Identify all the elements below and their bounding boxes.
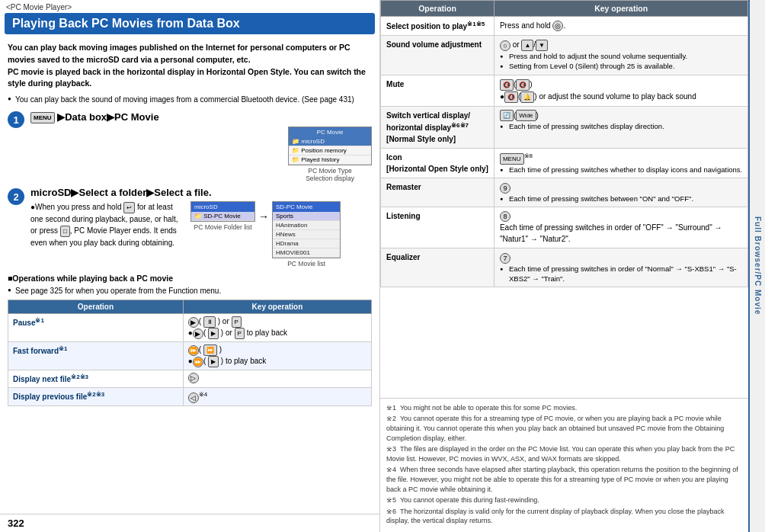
pos-icon: ◎ bbox=[552, 21, 563, 31]
file-item-sports: Sports bbox=[273, 212, 340, 221]
icon-sub: Each time of pressing switches whether t… bbox=[500, 165, 742, 175]
eq-sub: Each time of pressing switches in order … bbox=[500, 264, 742, 284]
file-item-movie: HMOVIE001 bbox=[273, 248, 340, 258]
p2-icon: P bbox=[235, 328, 245, 339]
menu-btn: MENU bbox=[500, 153, 524, 165]
remaster-icon: 9 bbox=[500, 183, 511, 194]
circle2-icon: ▶ bbox=[193, 328, 203, 339]
ops-section-title: ■Operations while playing back a PC movi… bbox=[8, 274, 372, 283]
footnote-3: ※3 The files are displayed in the order … bbox=[386, 444, 742, 463]
op-forward: Fast forward※1 bbox=[8, 342, 184, 370]
op-switch-disp: Switch vertical display/horizontal displ… bbox=[381, 106, 495, 148]
op-equalizer: Equalizer bbox=[381, 248, 495, 287]
table-row: Fast forward※1 ⏩( ⏩ ) ●⏩( ▶ ) to play ba… bbox=[8, 342, 372, 370]
ops-header-operation: Operation bbox=[8, 300, 184, 314]
table-row: Icon[Horizontal Open Style only] MENU※8 … bbox=[381, 148, 748, 178]
step2-text: ●When you press and hold ↩ for at least … bbox=[30, 201, 183, 248]
menu-icon: MENU bbox=[30, 112, 55, 123]
step1-screen-title: PC Movie bbox=[289, 127, 371, 137]
vol-icon: ○ bbox=[500, 40, 511, 51]
key-select-pos: Press and hold ◎. bbox=[494, 17, 747, 36]
op-next: Display next file※2※3 bbox=[8, 370, 184, 388]
op-mute: Mute bbox=[381, 75, 495, 106]
main-header-key: Key operation bbox=[494, 1, 747, 17]
folder-screen-title: microSD bbox=[191, 202, 254, 212]
op-prev: Display previous file※2※3 bbox=[8, 388, 184, 406]
ops-note: See page 325 for when you operate from t… bbox=[8, 286, 372, 296]
file-screen: SD-PC Movie Sports HAnimation HNews HDra… bbox=[272, 201, 341, 258]
screen-item-history: 📁 Played history bbox=[289, 155, 371, 165]
vol-down-icon: ▼ bbox=[536, 40, 548, 51]
key-pause: ▶( ⏸ ) or P ●▶( ▶ ) or P to play back bbox=[183, 314, 371, 342]
screen-item-microsd: 📁 microSD bbox=[289, 137, 371, 146]
mute-icon: 🔇 bbox=[516, 79, 530, 91]
ff2-icon: ⏩ bbox=[193, 357, 203, 367]
right-table-area: Operation Key operation Select position … bbox=[380, 0, 748, 398]
file-item-drama: HDrama bbox=[273, 239, 340, 248]
table-row: Display next file※2※3 ▷ bbox=[8, 370, 372, 388]
file-screen-title: SD-PC Movie bbox=[273, 202, 340, 212]
next-icon: ▷ bbox=[188, 373, 199, 383]
mute-btn: 🔇 bbox=[500, 79, 514, 91]
key-forward: ⏩( ⏩ ) ●⏩( ▶ ) to play back bbox=[183, 342, 371, 370]
step2-number: 2 bbox=[8, 188, 24, 205]
folder-caption: PC Movie Folder list bbox=[190, 223, 255, 231]
circle-icon: ▶ bbox=[188, 317, 199, 328]
vol-sub1: Press and hold to adjust the sound volum… bbox=[500, 51, 742, 61]
end-icon: □ bbox=[60, 226, 70, 237]
op-remaster: Remaster bbox=[381, 178, 495, 207]
footnote-4: ※4 When three seconds have elapsed after… bbox=[386, 465, 742, 494]
ff2-rect: ▶ bbox=[208, 356, 219, 367]
p-icon: P bbox=[232, 316, 242, 328]
mute2-icon: 🔔 bbox=[520, 91, 534, 103]
footnotes-area: ※1 You might not be able to operate this… bbox=[380, 398, 748, 532]
step1-screen: PC Movie 📁 microSD 📁 Position memory 📁 P… bbox=[288, 127, 372, 165]
sidebar-text: Full Browser/PC Movie bbox=[754, 216, 762, 315]
key-listening: 8 Each time of pressing switches in orde… bbox=[494, 207, 747, 248]
table-row: Pause※1 ▶( ⏸ ) or P ●▶( ▶ ) or P to play… bbox=[8, 314, 372, 342]
step1-content: MENU ▶Data box▶PC Movie PC Movie 📁 micro… bbox=[30, 111, 372, 182]
step2-label: microSD▶Select a folder▶Select a file. bbox=[30, 187, 372, 198]
remaster-sub: Each time of pressing switches between "… bbox=[500, 194, 742, 204]
step2-row: ●When you press and hold ↩ for at least … bbox=[30, 201, 372, 268]
table-row: Equalizer 7 Each time of pressing switch… bbox=[381, 248, 748, 287]
prev-icon: ◁ bbox=[188, 393, 199, 403]
vol-up-icon: ▲ bbox=[521, 40, 533, 51]
screen-item-position: 📁 Position memory bbox=[289, 146, 371, 155]
mute2-btn: 🔇 bbox=[504, 91, 518, 103]
op-listening: Listening bbox=[381, 207, 495, 248]
folder-screen: microSD 📁 SD-PC Movie bbox=[190, 201, 255, 222]
table-row: Mute 🔇( 🔇 ) ●🔇( 🔔 ) or adjust the sound … bbox=[381, 75, 748, 106]
footnote-6: ※6 The horizontal display is valid only … bbox=[386, 507, 742, 526]
key-volume: ○ or ▲/▼ Press and hold to adjust the so… bbox=[494, 36, 747, 75]
right-panel: Operation Key operation Select position … bbox=[380, 0, 748, 532]
listening-icon: 8 bbox=[500, 211, 511, 222]
ff-icon: ⏩ bbox=[188, 345, 199, 356]
step1-number: 1 bbox=[8, 111, 24, 128]
table-row: Switch vertical display/horizontal displ… bbox=[381, 106, 748, 148]
step2-container: 2 microSD▶Select a folder▶Select a file.… bbox=[8, 187, 372, 268]
disp-sub: Each time of pressing switches display d… bbox=[500, 121, 742, 131]
arrow-separator: → bbox=[258, 210, 269, 223]
intro-bullet: You can play back the sound of moving im… bbox=[8, 95, 372, 105]
ff-rect: ⏩ bbox=[203, 345, 217, 356]
disp-icon: 🔄 bbox=[500, 110, 514, 121]
main-ops-table: Operation Key operation Select position … bbox=[380, 0, 748, 287]
table-row: Sound volume adjustment ○ or ▲/▼ Press a… bbox=[381, 36, 748, 75]
header-tag: <PC Movie Player> bbox=[0, 0, 379, 11]
key-prev: ◁※4 bbox=[183, 388, 371, 406]
eq-icon: 7 bbox=[500, 253, 511, 264]
op-icon: Icon[Horizontal Open Style only] bbox=[381, 148, 495, 178]
main-header-op: Operation bbox=[381, 1, 495, 17]
file-item-news: HNews bbox=[273, 230, 340, 239]
table-row: Remaster 9 Each time of pressing switche… bbox=[381, 178, 748, 207]
step1-label: MENU ▶Data box▶PC Movie bbox=[30, 111, 372, 123]
play-icon: ▶ bbox=[208, 328, 219, 339]
op-pause: Pause※1 bbox=[8, 314, 184, 342]
op-select-pos: Select position to play※1※5 bbox=[381, 17, 495, 36]
folder-item-sdpc: 📁 SD-PC Movie bbox=[191, 212, 254, 221]
footnote-2: ※2 You cannot operate this for a streami… bbox=[386, 414, 742, 443]
footnote-1: ※1 You might not be able to operate this… bbox=[386, 403, 742, 413]
op-volume: Sound volume adjustment bbox=[381, 36, 495, 75]
pause-icon: ⏸ bbox=[203, 316, 216, 328]
